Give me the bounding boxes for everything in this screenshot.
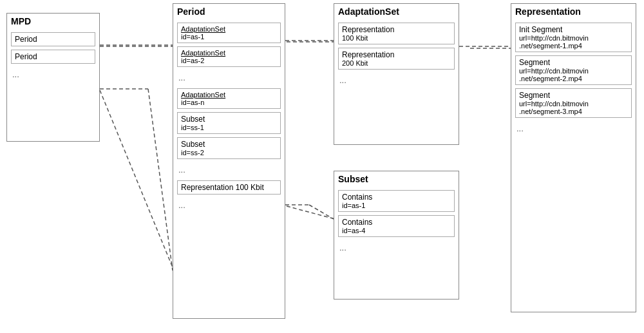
- period-subset-1: Subset id=ss-1: [177, 112, 281, 134]
- period-dots-2: ...: [173, 162, 285, 177]
- period-asn-id: id=as-n: [181, 99, 277, 106]
- rep-seg2-label: Segment: [519, 91, 628, 100]
- rep-init-url: url=http://cdn.bitmovin.net/segment-1.mp…: [519, 34, 628, 50]
- adaptationset-title: AdaptationSet: [334, 4, 459, 19]
- period-asn-label: AdaptationSet: [181, 91, 277, 99]
- subset-contains-1: Contains id=as-1: [338, 190, 455, 212]
- period-as2-label: AdaptationSet: [181, 49, 277, 57]
- period-ss2-id: id=ss-2: [181, 149, 277, 157]
- mpd-title: MPD: [7, 14, 99, 29]
- representation-title: Representation: [511, 4, 636, 19]
- period-ss2-label: Subset: [181, 140, 277, 149]
- period-ss1-id: id=ss-1: [181, 124, 277, 131]
- svg-line-3: [287, 206, 335, 219]
- rep-init-label: Init Segment: [519, 25, 628, 34]
- rep-init-segment: Init Segment url=http://cdn.bitmovin.net…: [515, 23, 632, 52]
- mpd-box: MPD Period Period ...: [6, 13, 100, 142]
- subset-contains1-label: Contains: [342, 193, 451, 202]
- period-as2-id: id=as-2: [181, 57, 277, 64]
- rep-segment-2: Segment url=http://cdn.bitmovin.net/segm…: [515, 88, 632, 118]
- rep-seg1-url: url=http://cdn.bitmovin.net/segment-2.mp…: [519, 67, 628, 82]
- rep-seg1-label: Segment: [519, 58, 628, 67]
- mpd-period-1-label: Period: [15, 35, 91, 44]
- period-dots-1: ...: [173, 70, 285, 85]
- as-rep1-kbit: 100 Kbit: [342, 34, 451, 42]
- subset-contains1-id: id=as-1: [342, 202, 451, 209]
- rep-seg2-url: url=http://cdn.bitmovin.net/segment-3.mp…: [519, 100, 628, 115]
- subset-contains2-id: id=as-4: [342, 227, 451, 234]
- period-as1-id: id=as-1: [181, 33, 277, 41]
- subset-contains-2: Contains id=as-4: [338, 215, 455, 237]
- period-as1-label: AdaptationSet: [181, 25, 277, 33]
- mpd-period-1: Period: [11, 32, 95, 46]
- adaptationset-box: AdaptationSet Representation 100 Kbit Re…: [334, 3, 459, 145]
- period-representation: Representation 100 Kbit: [177, 180, 281, 195]
- mpd-period-2-label: Period: [15, 52, 91, 61]
- subset-title: Subset: [334, 171, 459, 187]
- rep-segment-1: Segment url=http://cdn.bitmovin.net/segm…: [515, 55, 632, 85]
- as-dots: ...: [334, 73, 459, 88]
- period-ss1-label: Subset: [181, 115, 277, 124]
- mpd-period-2: Period: [11, 50, 95, 64]
- representation-box: Representation Init Segment url=http://c…: [511, 3, 636, 312]
- period-rep-label: Representation 100 Kbit: [181, 183, 277, 192]
- period-adaptationset-1: AdaptationSet id=as-1: [177, 23, 281, 43]
- subset-contains2-label: Contains: [342, 218, 451, 227]
- as-representation-1: Representation 100 Kbit: [338, 23, 455, 44]
- as-rep2-label: Representation: [342, 50, 451, 59]
- period-title: Period: [173, 4, 285, 19]
- period-adaptationset-2: AdaptationSet id=as-2: [177, 46, 281, 67]
- period-dots-3: ...: [173, 198, 285, 213]
- period-box: Period AdaptationSet id=as-1 AdaptationS…: [173, 3, 285, 319]
- period-adaptationset-n: AdaptationSet id=as-n: [177, 88, 281, 109]
- subset-dots: ...: [334, 240, 459, 255]
- svg-line-10: [309, 205, 334, 219]
- svg-line-7: [148, 89, 173, 271]
- diagram: MPD Period Period ... Period AdaptationS…: [0, 0, 644, 333]
- rep-dots: ...: [511, 121, 636, 136]
- subset-box: Subset Contains id=as-1 Contains id=as-4…: [334, 171, 459, 300]
- as-representation-2: Representation 200 Kbit: [338, 48, 455, 70]
- as-rep1-label: Representation: [342, 25, 451, 34]
- mpd-dots: ...: [7, 67, 99, 82]
- as-rep2-kbit: 200 Kbit: [342, 59, 451, 67]
- svg-line-1: [100, 90, 174, 271]
- period-subset-2: Subset id=ss-2: [177, 137, 281, 159]
